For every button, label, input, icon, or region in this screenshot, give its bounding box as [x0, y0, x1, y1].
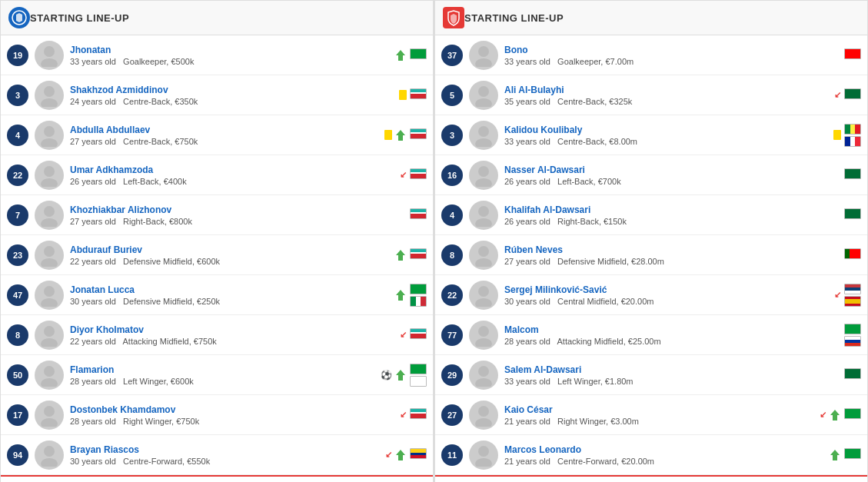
jersey-number: 50 [7, 364, 28, 386]
substitution-icon [394, 249, 407, 261]
left-team-logo [8, 7, 30, 28]
player-info: Sergej Milinković-Savić 30 years old Cen… [504, 284, 830, 306]
flag-br [844, 448, 861, 459]
player-name[interactable]: Khozhiakbar Alizhonov [70, 204, 402, 215]
player-row: 3 Shakhzod Azmiddinov 24 years old Centr… [1, 75, 433, 115]
player-icons: ↙ [834, 290, 841, 300]
jersey-number: 3 [7, 85, 28, 106]
flags-container [410, 328, 427, 341]
flag-co [410, 448, 427, 459]
player-info: Flamarion 28 years old Left Winger, €600… [70, 364, 376, 386]
svg-marker-17 [396, 250, 405, 261]
player-name[interactable]: Khalifah Al-Dawsari [504, 204, 836, 215]
player-row: 27 Kaio César 21 years old Right Winger,… [435, 395, 867, 435]
svg-point-23 [44, 366, 55, 377]
red-arrow-icon: ↙ [834, 90, 841, 100]
player-name[interactable]: Malcom [504, 324, 836, 335]
player-name[interactable]: Marcos Leonardo [504, 444, 824, 455]
svg-marker-25 [396, 370, 405, 381]
player-name[interactable]: Bono [504, 45, 836, 55]
player-icons: ↙ [400, 410, 407, 420]
svg-point-40 [478, 206, 489, 217]
flags-container [844, 368, 861, 381]
svg-point-26 [44, 406, 55, 417]
player-name[interactable]: Kalidou Koulibaly [504, 125, 829, 135]
player-name[interactable]: Shakhzod Azmiddinov [70, 85, 394, 95]
flag-it [410, 296, 427, 307]
svg-point-51 [475, 418, 492, 427]
player-name[interactable]: Kaio César [504, 404, 815, 415]
svg-point-21 [44, 326, 55, 337]
svg-marker-52 [830, 410, 840, 421]
player-detail: 22 years old Attacking Midfield, €750k [70, 337, 395, 346]
player-name[interactable]: Jonatan Lucca [70, 284, 390, 295]
player-row: 4 Abdulla Abdullaev 27 years old Centre-… [1, 115, 433, 155]
svg-point-49 [475, 378, 492, 387]
player-row: 29 Salem Al-Dawsari 33 years old Left Wi… [435, 355, 867, 395]
player-avatar [469, 161, 498, 190]
yellow-card-icon [399, 90, 407, 100]
player-row: 8 Rúben Neves 27 years old Defensive Mid… [435, 235, 867, 275]
player-name[interactable]: Jhonatan [70, 45, 390, 55]
flag-uz [410, 248, 427, 259]
player-row: 17 Dostonbek Khamdamov 28 years old Righ… [1, 395, 433, 435]
player-name[interactable]: Flamarion [70, 364, 376, 375]
svg-point-53 [478, 446, 489, 457]
player-name[interactable]: Abdurauf Buriev [70, 244, 390, 255]
player-icons [384, 129, 407, 141]
player-name[interactable]: Diyor Kholmatov [70, 324, 395, 335]
player-name[interactable]: Dostonbek Khamdamov [70, 404, 395, 415]
player-avatar [35, 241, 64, 270]
jersey-number: 4 [441, 204, 463, 226]
svg-point-44 [478, 286, 489, 297]
player-detail: 24 years old Centre-Back, €350k [70, 97, 394, 106]
player-avatar [35, 81, 64, 110]
player-name[interactable]: Ali Al-Bulayhi [504, 85, 830, 95]
player-avatar [469, 361, 498, 390]
player-name[interactable]: Sergej Milinković-Savić [504, 284, 830, 295]
svg-point-45 [475, 298, 492, 307]
player-detail: 30 years old Defensive Midfield, €250k [70, 297, 390, 306]
player-info: Umar Adkhamzoda 26 years old Left-Back, … [70, 165, 395, 186]
player-info: Abdurauf Buriev 22 years old Defensive M… [70, 244, 390, 266]
svg-point-4 [44, 86, 55, 97]
flag-ge [410, 376, 427, 387]
flags-container [844, 124, 861, 147]
player-detail: 28 years old Right Winger, €750k [70, 417, 395, 426]
flags-container [844, 324, 861, 347]
player-row: 7 Khozhiakbar Alizhonov 27 years old Rig… [1, 195, 433, 235]
player-avatar [469, 201, 498, 230]
flags-container [844, 448, 861, 461]
player-icons: ↙ [400, 330, 407, 340]
jersey-number: 11 [441, 444, 463, 466]
player-info: Bono 33 years old Goalkeeper, €7.00m [504, 45, 836, 66]
player-info: Khalifah Al-Dawsari 26 years old Right-B… [504, 204, 836, 226]
left-players-list: 19 Jhonatan 33 years old Goalkeeper, €50… [1, 35, 433, 475]
player-name[interactable]: Abdulla Abdullaev [70, 125, 380, 135]
jersey-number: 77 [441, 324, 463, 346]
substitution-icon [394, 129, 407, 141]
player-info: Shakhzod Azmiddinov 24 years old Centre-… [70, 85, 394, 106]
player-name[interactable]: Umar Adkhamzoda [70, 165, 395, 175]
svg-point-35 [478, 126, 489, 137]
player-avatar [469, 401, 498, 430]
player-name[interactable]: Nasser Al-Dawsari [504, 165, 836, 175]
svg-marker-10 [396, 130, 405, 141]
flag-uz [410, 328, 427, 339]
player-name[interactable]: Brayan Riascos [70, 444, 381, 455]
substitution-icon [829, 449, 841, 461]
player-avatar [35, 41, 64, 70]
substitution-icon [394, 369, 407, 381]
player-name[interactable]: Rúben Neves [504, 244, 836, 255]
red-arrow-icon: ↙ [820, 410, 826, 420]
flag-uz [410, 168, 427, 179]
flag-ru [844, 336, 861, 347]
svg-marker-30 [396, 450, 405, 460]
svg-point-16 [41, 258, 58, 267]
svg-point-33 [478, 86, 489, 97]
player-icons: ↙ [385, 449, 407, 461]
jersey-number: 22 [7, 165, 28, 186]
player-detail: 21 years old Right Winger, €3.00m [504, 417, 815, 426]
player-name[interactable]: Salem Al-Dawsari [504, 364, 836, 375]
player-avatar [35, 161, 64, 190]
